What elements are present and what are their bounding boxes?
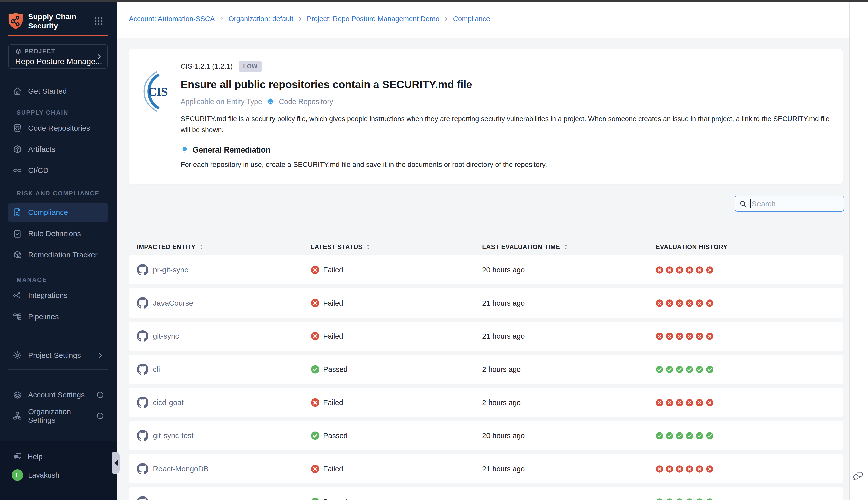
table-row[interactable]: cicd-goatFailed2 hours ago (129, 388, 843, 417)
infinity-icon (13, 166, 22, 175)
search-input[interactable] (751, 199, 837, 208)
entity-type-link[interactable]: Code Repository (279, 98, 333, 106)
entity-cell[interactable] (137, 496, 311, 500)
sidebar-item-code-repositories[interactable]: Code Repositories (8, 122, 108, 134)
breadcrumb-link[interactable]: Organization: default (228, 15, 293, 23)
sidebar-section-header: MANAGE (16, 276, 117, 284)
history-failed-icon (656, 299, 663, 307)
project-switcher[interactable]: PROJECT Repo Posture Manage... (8, 44, 108, 69)
column-header-impacted-entity[interactable]: IMPACTED ENTITY (137, 243, 311, 251)
project-name: Repo Posture Manage... (15, 57, 103, 66)
table-row-partial[interactable]: Passed (129, 487, 843, 500)
entity-name[interactable]: React-MongoDB (153, 465, 209, 473)
sidebar-section-header: SUPPLY CHAIN (16, 109, 117, 116)
table-row[interactable]: React-MongoDBFailed21 hours ago (129, 454, 843, 484)
info-icon[interactable] (96, 391, 104, 399)
entity-name[interactable]: git-sync (153, 332, 179, 340)
sidebar-item-label: Get Started (28, 87, 67, 95)
history-failed-icon (686, 332, 693, 340)
entity-cell[interactable]: JavaCourse (137, 297, 311, 309)
table-row[interactable]: cliPassed2 hours ago (129, 355, 843, 384)
status-failed-icon (311, 332, 320, 341)
breadcrumb-link[interactable]: Compliance (453, 15, 490, 23)
status-label: Failed (323, 398, 343, 407)
sidebar-item-artifacts[interactable]: Artifacts (8, 143, 108, 156)
table-row[interactable]: git-sync-testPassed20 hours ago (129, 421, 843, 450)
sidebar-item-compliance[interactable]: Compliance (8, 203, 108, 222)
history-passed-icon (706, 498, 714, 500)
table-row[interactable]: pr-git-syncFailed20 hours ago (129, 255, 843, 284)
sidebar-item-project-settings[interactable]: Project Settings (8, 349, 108, 362)
history-failed-icon (706, 332, 714, 340)
entity-name[interactable]: pr-git-sync (153, 265, 188, 274)
breadcrumb: Account: Automation-SSCAOrganization: de… (129, 15, 490, 23)
sort-icon[interactable] (365, 244, 371, 250)
entity-cell[interactable]: cicd-goat (137, 397, 311, 408)
svg-text:?: ? (15, 455, 17, 458)
entity-cell[interactable]: git-sync (137, 330, 311, 342)
github-icon (137, 364, 148, 375)
status-passed-icon (311, 365, 320, 374)
entity-cell[interactable]: React-MongoDB (137, 463, 311, 475)
breadcrumb-link[interactable]: Account: Automation-SSCA (129, 15, 215, 23)
rule-description: SECURITY.md file is a security policy fi… (181, 113, 834, 135)
sidebar-divider (8, 369, 108, 370)
table-row[interactable]: JavaCourseFailed21 hours ago (129, 288, 843, 318)
status-label: Passed (323, 432, 348, 440)
history-failed-icon (666, 399, 673, 407)
evaluation-time-cell: 2 hours ago (482, 365, 656, 374)
chat-bubbles-icon[interactable] (852, 469, 864, 482)
info-icon[interactable] (96, 412, 104, 420)
user-menu[interactable]: L Lavakush (12, 469, 117, 481)
history-passed-icon (696, 366, 704, 373)
column-header-evaluation-history[interactable]: EVALUATION HISTORY (656, 243, 835, 251)
sidebar-item-rule-definitions[interactable]: Rule Definitions (8, 227, 108, 240)
status-failed-icon (311, 265, 320, 274)
sidebar: Supply Chain Security PROJECT Repo (0, 2, 117, 500)
entity-cell[interactable]: cli (137, 364, 311, 375)
entity-cell[interactable]: git-sync-test (137, 430, 311, 442)
apps-grid-icon[interactable] (94, 17, 103, 25)
clipboard-check-icon (13, 229, 22, 238)
history-failed-icon (696, 399, 704, 407)
sidebar-settings-group: Account SettingsOrganization Settings (0, 389, 117, 422)
sidebar-item-account-settings[interactable]: Account Settings (8, 389, 108, 401)
status-label: Failed (323, 299, 343, 307)
sidebar-collapse-handle[interactable] (112, 452, 119, 474)
sidebar-item-organization-settings[interactable]: Organization Settings (8, 410, 108, 422)
evaluation-history-cell (656, 498, 835, 500)
sidebar-item-ci-cd[interactable]: CI/CD (8, 164, 108, 177)
history-failed-icon (675, 266, 683, 274)
remediation-text: For each repository in use, create a SEC… (181, 161, 823, 169)
code-repository-icon (13, 123, 22, 133)
status-failed-icon (311, 298, 320, 308)
sort-icon[interactable] (563, 244, 569, 250)
table-row[interactable]: git-syncFailed21 hours ago (129, 322, 843, 351)
entity-name[interactable]: JavaCourse (153, 299, 193, 307)
table-body: pr-git-syncFailed20 hours agoJavaCourseF… (129, 255, 843, 500)
column-header-last-evaluation-time[interactable]: LAST EVALUATION TIME (482, 243, 656, 251)
evaluation-time-cell: 2 hours ago (482, 398, 656, 407)
entity-name[interactable]: git-sync-test (153, 431, 194, 440)
breadcrumb-link[interactable]: Project: Repo Posture Management Demo (307, 15, 440, 23)
window-top-strip (0, 0, 868, 2)
sidebar-item-pipelines[interactable]: Pipelines (8, 310, 108, 323)
sidebar-item-label: Organization Settings (28, 407, 90, 424)
user-name: Lavakush (28, 471, 59, 479)
sort-icon[interactable] (198, 244, 205, 250)
column-header-latest-status[interactable]: LATEST STATUS (311, 243, 482, 251)
sidebar-item-integrations[interactable]: Integrations (8, 289, 108, 302)
sidebar-item-get-started[interactable]: Get Started (8, 85, 108, 98)
entity-name[interactable]: cli (153, 365, 160, 374)
history-passed-icon (675, 366, 683, 373)
sidebar-item-remediation-tracker[interactable]: Remediation Tracker (8, 249, 108, 261)
evaluation-history-cell (656, 465, 835, 473)
history-passed-icon (656, 432, 663, 440)
sidebar-item-label: Pipelines (28, 312, 59, 321)
avatar: L (12, 469, 23, 481)
entity-name[interactable]: cicd-goat (153, 398, 184, 407)
org-chart-icon (13, 411, 22, 421)
help-button[interactable]: ? Help (13, 452, 117, 461)
evaluation-time-cell: 20 hours ago (482, 432, 656, 440)
entity-cell[interactable]: pr-git-sync (137, 264, 311, 276)
